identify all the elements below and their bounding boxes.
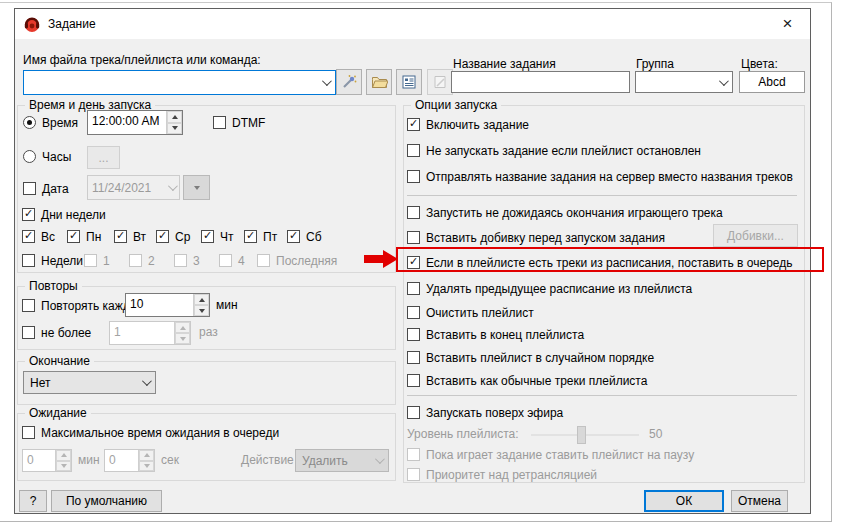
- playlist-level-label: Уровень плейлиста:: [407, 427, 519, 441]
- option-label: Приоритет над ретрансляцией: [426, 468, 597, 482]
- ok-button[interactable]: ОК: [644, 490, 724, 512]
- option-label: Вставить добивку перед запуском задания: [426, 231, 665, 245]
- slider-thumb[interactable]: [577, 426, 586, 444]
- checkbox-week-4[interactable]: 4: [219, 253, 245, 268]
- day-label: Вс: [41, 230, 55, 244]
- radio-hours[interactable]: Часы: [23, 149, 71, 164]
- group-combobox[interactable]: [635, 71, 733, 93]
- checkbox-limit[interactable]: не более: [22, 325, 91, 340]
- colors-button[interactable]: Abcd: [739, 71, 805, 93]
- checkbox-icon: [129, 254, 142, 267]
- checkbox-day-thu[interactable]: Чт: [201, 229, 234, 244]
- checkbox-week-last[interactable]: Последняя: [257, 253, 337, 268]
- close-button[interactable]: ×: [765, 9, 810, 38]
- date-dropdown-button[interactable]: [183, 175, 210, 200]
- action-combobox[interactable]: Удалить: [295, 449, 389, 472]
- checkbox-weekdays[interactable]: Дни недели: [22, 207, 106, 222]
- checkbox-dtmf[interactable]: DTMF: [213, 115, 265, 130]
- ending-value: Нет: [30, 376, 50, 390]
- spinner-arrows[interactable]: [166, 111, 182, 134]
- wait-seconds-unit: сек: [161, 453, 179, 467]
- checkbox-icon: [407, 374, 420, 387]
- day-label: Чт: [220, 230, 234, 244]
- group-label: Группа: [636, 57, 674, 71]
- waiting-group-title: Ожидание: [25, 406, 91, 420]
- filename-combobox[interactable]: [23, 70, 336, 95]
- checkbox-icon: [22, 426, 35, 439]
- cancel-button[interactable]: Отмена: [731, 490, 788, 512]
- checkbox-day-mon[interactable]: Пн: [67, 229, 101, 244]
- date-combobox[interactable]: 11/24/2021: [87, 175, 180, 200]
- checkbox-day-sun[interactable]: Вс: [22, 229, 55, 244]
- checkbox-icon: [114, 230, 127, 243]
- limit-unit-label: раз: [199, 325, 218, 339]
- action-value: Удалить: [302, 454, 348, 468]
- checkbox-icon: [407, 328, 420, 341]
- time-spinner[interactable]: 12:00:00 AM: [87, 110, 183, 135]
- checkbox-icon: [22, 299, 35, 312]
- checkbox-play-over-air[interactable]: Запускать поверх эфира: [407, 405, 563, 420]
- checkbox-start-immediately[interactable]: Запустить не дожидаясь окончания играюще…: [407, 205, 723, 220]
- defaults-button[interactable]: По умолчанию: [51, 490, 162, 512]
- chevron-down-icon[interactable]: [719, 76, 729, 86]
- checkbox-insert-end-playlist[interactable]: Вставить в конец плейлиста: [407, 327, 584, 342]
- checkbox-insert-filler[interactable]: Вставить добивку перед запуском задания: [407, 230, 665, 245]
- chevron-down-icon[interactable]: [322, 76, 332, 86]
- day-label: Пт: [263, 230, 277, 244]
- repeat-minutes-spinner[interactable]: 10: [125, 293, 210, 317]
- checkbox-send-task-name[interactable]: Отправлять название задания на сервер вм…: [407, 169, 793, 184]
- fillers-button[interactable]: Добивки...: [713, 224, 798, 247]
- checkbox-week-2[interactable]: 2: [129, 253, 155, 268]
- spinner-arrows: [55, 450, 71, 471]
- spinner-arrows[interactable]: [193, 294, 209, 316]
- wait-minutes-spinner[interactable]: 0: [22, 449, 72, 472]
- task-name-input[interactable]: [451, 71, 630, 93]
- day-label: Пн: [86, 230, 101, 244]
- wait-minutes-value: 0: [23, 450, 55, 471]
- limit-times-spinner[interactable]: 1: [109, 321, 191, 345]
- checkbox-max-wait[interactable]: Максимальное время ожидания в очереди: [22, 425, 279, 440]
- chevron-down-icon[interactable]: [142, 376, 152, 386]
- checkbox-week-3[interactable]: 3: [174, 253, 200, 268]
- checkbox-dont-run-if-stopped[interactable]: Не запускать задание если плейлист остан…: [407, 143, 701, 158]
- checkbox-week-1[interactable]: 1: [84, 253, 110, 268]
- separator: [407, 395, 797, 396]
- note-icon: [432, 74, 448, 90]
- checkbox-icon: [407, 206, 420, 219]
- hours-ellipsis-button[interactable]: ...: [87, 146, 120, 169]
- playlist-button[interactable]: [396, 69, 422, 95]
- playlist-level-value: 50: [649, 427, 662, 441]
- radio-icon: [23, 116, 36, 129]
- checkbox-day-fri[interactable]: Пт: [244, 229, 277, 244]
- wand-icon: [341, 74, 357, 90]
- checkbox-day-wed[interactable]: Ср: [156, 229, 190, 244]
- checkbox-enable-task[interactable]: Включить задание: [407, 117, 529, 132]
- radio-time[interactable]: Время: [23, 115, 78, 130]
- checkbox-day-tue[interactable]: Вт: [114, 229, 146, 244]
- spinner-arrows: [174, 322, 190, 344]
- date-value: 11/24/2021: [92, 181, 151, 195]
- checkbox-remove-previous-schedule[interactable]: Удалять предыдущее расписание из плейлис…: [407, 281, 692, 296]
- checkbox-clear-playlist[interactable]: Очистить плейлист: [407, 305, 534, 320]
- wait-seconds-spinner[interactable]: 0: [104, 449, 155, 472]
- checkbox-weeks[interactable]: Недели: [22, 253, 83, 268]
- checkbox-date[interactable]: Дата: [23, 181, 69, 196]
- limit-times-value: 1: [110, 322, 174, 344]
- week-label: Последняя: [276, 254, 337, 268]
- launch-options-group-title: Опции запуска: [411, 98, 501, 112]
- help-button[interactable]: ?: [19, 490, 47, 512]
- edit-note-button[interactable]: [427, 69, 453, 95]
- checkbox-icon: [407, 144, 420, 157]
- checkbox-insert-as-regular-tracks[interactable]: Вставить как обычные треки плейлиста: [407, 373, 647, 388]
- checkbox-insert-random-order[interactable]: Вставить плейлист в случайном порядке: [407, 350, 654, 365]
- checkbox-pause-playlist-while-task[interactable]: Пока играет задание ставить плейлист на …: [407, 447, 694, 462]
- browse-folder-button[interactable]: [366, 69, 392, 95]
- ending-combobox[interactable]: Нет: [23, 371, 156, 394]
- spinner-arrows: [138, 450, 154, 471]
- app-icon: [23, 15, 41, 33]
- title-bar: Задание ×: [15, 9, 810, 39]
- wand-button[interactable]: [336, 69, 362, 95]
- checkbox-priority-over-relay[interactable]: Приоритет над ретрансляцией: [407, 467, 597, 482]
- checkbox-day-sat[interactable]: Сб: [287, 229, 322, 244]
- repeat-unit-label: мин: [216, 298, 238, 312]
